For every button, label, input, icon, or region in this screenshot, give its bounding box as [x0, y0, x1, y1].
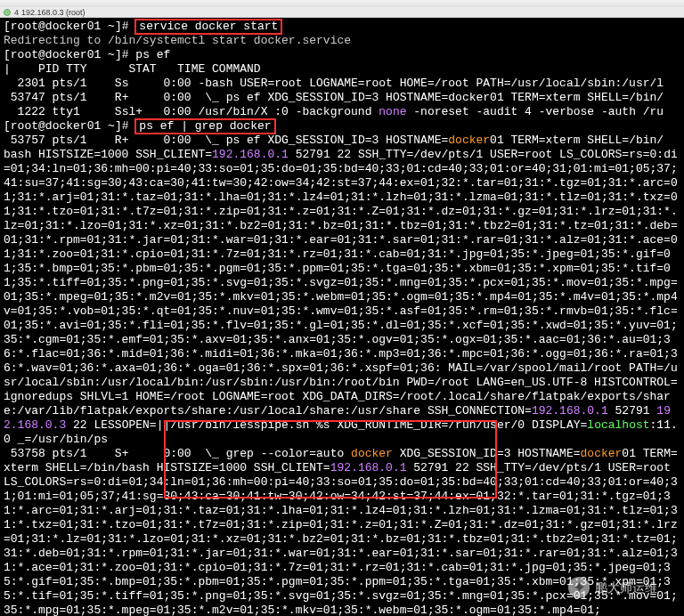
grep-row2-b: XDG_SESSION_ID=3 HOSTNAME=	[393, 447, 581, 460]
ls-colors-block: di=01;34:ln=01;36:mh=00:pi=40;33:so=01;3…	[4, 148, 678, 417]
ps-row-3a: 1222 tty1 Ssl+ 0:00 /usr/bin/X :0 -backg…	[4, 105, 379, 118]
grep-row1-docker: docker	[448, 134, 490, 147]
cmd-ps-grep-docker: ps ef | grep docker	[139, 119, 271, 133]
conn-tail-a: 22 LESSOPEN=||/usr/bin/lesspipe.sh %s XD…	[66, 418, 587, 432]
env-post: 52791 22 SSH_TTY=/dev/pts/1 USER=root LS…	[289, 148, 664, 161]
grep-row1-b: 01 TERM=xterm SHELL=/bin/	[490, 134, 664, 147]
grep-row2-docker1: docker	[351, 447, 393, 460]
ps-row-3b: -noreset -audit 4 -verbose -auth /ru	[407, 105, 664, 118]
output-redirect: Redirecting to /bin/systemctl start dock…	[4, 34, 351, 47]
prompt-line-2: [root@docker01 ~]#	[4, 48, 135, 61]
ps-none: none	[379, 105, 406, 118]
prompt-line-1: [root@docker01 ~]#	[4, 20, 135, 33]
terminal-viewport[interactable]: [root@docker01 ~]# service docker start …	[0, 18, 684, 616]
cmd-ps-ef: ps ef	[135, 48, 170, 61]
grep-row2-a: 53758 pts/1 S+ 0:00 \_ grep --color=auto	[4, 447, 351, 460]
ps-row-2: 53747 pts/1 R+ 0:00 \_ ps ef XDG_SESSION…	[4, 91, 664, 104]
display-localhost: localhost	[587, 418, 649, 432]
ps-row-1: 2301 pts/1 Ss 0:00 -bash USER=root LOGNA…	[4, 77, 664, 90]
window-titlebar[interactable]	[0, 0, 684, 7]
grep-row1-a: 53757 pts/1 R+ 0:00 \_ ps ef XDG_SESSION…	[4, 134, 448, 147]
tab-strip[interactable]: 4 192.168.0.3 (root)	[0, 7, 684, 18]
grep-row2-ip: 192.168.0.1	[330, 461, 407, 474]
terminal-window: 4 192.168.0.3 (root) [root@docker01 ~]# …	[0, 0, 684, 616]
ls-colors-block-2: 1;34:ln=01;36:mh=00:pi=40;33:so=01;35:do…	[4, 475, 678, 616]
ps-header: | PID TTY STAT TIME COMMAND	[4, 62, 261, 76]
grep-row2-docker2: docker	[581, 447, 623, 460]
ssh-client-ip: 192.168.0.1	[212, 148, 289, 161]
highlight-cmd-2: ps ef | grep docker	[135, 119, 274, 134]
conn-ip1: 192.168.0.1	[532, 404, 608, 417]
env-pre: bash HISTSIZE=1000 SSH_CLIENT=	[4, 148, 212, 161]
cmd-service-docker-start: service docker start	[139, 20, 278, 33]
conn-mid: 52791	[608, 404, 657, 417]
tab-status-icon	[4, 9, 11, 16]
prompt-line-3: [root@docker01 ~]#	[4, 119, 135, 133]
highlight-cmd-1: service docker start	[135, 20, 281, 34]
